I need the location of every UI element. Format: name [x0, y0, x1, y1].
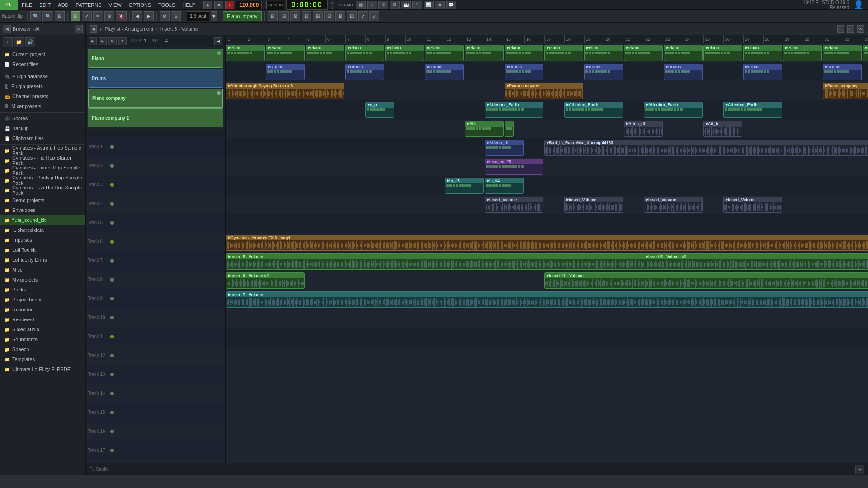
- sidebar-item-my-projects[interactable]: 📁 My projects: [0, 275, 85, 285]
- sidebar-item-cymatics-uzi[interactable]: 📁 Cymatics - Uzi Hip Hop Sample Pack: [0, 185, 85, 195]
- clip-track12-Insert-5---Volume[interactable]: ▶ Insert 5 - Volume: [226, 253, 663, 270]
- mixer-icon[interactable]: ▦: [356, 1, 366, 9]
- play-button[interactable]: ▶: [203, 1, 212, 9]
- clip-track2-Drums[interactable]: ▶ Drums: [664, 64, 703, 80]
- tb2-btn3[interactable]: ⊠: [290, 11, 300, 21]
- clip-track3-Attenborough-Saying-[interactable]: ▶ Attenborough Saying Boo to a S: [226, 83, 344, 99]
- clip-track1-Piano[interactable]: ▶ Piano: [743, 45, 782, 61]
- clip-track1-Piano[interactable]: ▶ Piano: [425, 45, 464, 61]
- playlist-nav-prev[interactable]: ◀: [90, 25, 97, 33]
- clip-track8-In_#3[interactable]: ▶ In_#3: [445, 178, 484, 194]
- clip-track13-Insert-11---Volume[interactable]: ▶ Insert 11 - Volume: [544, 272, 868, 289]
- sidebar-item-sliced-audio[interactable]: 📁 Sliced audio: [0, 324, 85, 334]
- sidebar-item-current-project[interactable]: 📁 Current project: [0, 49, 85, 59]
- clip-track12-Insert-5---Volume-#2[interactable]: ▶ Insert 5 - Volume #2: [644, 253, 868, 270]
- clip-track1-Piano[interactable]: ▶ Piano: [624, 45, 663, 61]
- clip-track1-Piano[interactable]: ▶ Piano: [664, 45, 703, 61]
- erase-btn[interactable]: ⊗: [104, 11, 114, 21]
- clip-track4-Attenbor_Earth[interactable]: ▶ Attenbor_Earth: [564, 102, 623, 118]
- menu-add[interactable]: ADD: [54, 0, 72, 9]
- sidebar-add-btn[interactable]: +: [3, 37, 13, 47]
- content-row-12[interactable]: ▶ Insert 5 - Volume▶ Insert 5 - Volume #…: [226, 252, 868, 271]
- sidebar-item-packs[interactable]: 📁 Packs: [0, 285, 85, 295]
- zoom-out-btn[interactable]: 🔍: [42, 11, 53, 21]
- sidebar-item-demo[interactable]: 📁 Demo projects: [0, 195, 85, 205]
- pattern-mode-btn[interactable]: ⊡: [71, 11, 80, 21]
- playlist-close[interactable]: ✕: [857, 25, 864, 33]
- tb2-btn1[interactable]: ⊞: [268, 11, 278, 21]
- menu-edit[interactable]: EDIT: [36, 0, 54, 9]
- help-icon[interactable]: ?: [412, 1, 422, 9]
- clip-track2-Drums[interactable]: ▶ Drums: [584, 64, 623, 80]
- clip-track4-Attenbor_Earth[interactable]: ▶ Attenbor_Earth: [723, 102, 782, 118]
- clip-track2-Drums[interactable]: ▶ Drums: [345, 64, 384, 80]
- content-row-3[interactable]: ▶ Attenborough Saying Boo to a S▶ Piano …: [226, 81, 868, 100]
- stop-button[interactable]: ■: [214, 1, 223, 9]
- tb2-btn4[interactable]: ⊡: [302, 11, 311, 21]
- pattern-piano[interactable]: Piano: [88, 49, 223, 68]
- sidebar-item-recorded[interactable]: 📁 Recorded: [0, 305, 85, 314]
- sidebar-item-ultimate-lofi[interactable]: 📁 Ultimate Lo-Fi by FLPSDE: [0, 364, 85, 374]
- clip-track9-Insert_Volume[interactable]: ▶ Insert_Volume: [485, 197, 543, 213]
- playlist-maximize[interactable]: □: [847, 25, 854, 33]
- clip-track5-[interactable]: [505, 121, 514, 137]
- sidebar-item-speech[interactable]: 📁 Speech: [0, 344, 85, 354]
- sidebar-item-lofi[interactable]: 📁 Lofi Toolkit: [0, 245, 85, 255]
- sidebar-item-soundfonts[interactable]: 📁 Soundfonts: [0, 334, 85, 344]
- clip-track9-Insert_Volume[interactable]: ▶ Insert_Volume: [644, 197, 703, 213]
- menu-help[interactable]: HELP: [179, 0, 199, 9]
- tb2-btn9[interactable]: ↙: [358, 11, 368, 21]
- clip-track6-Attenb_rh[interactable]: ▶ Attenb_rh: [485, 140, 524, 156]
- piano-roll-display[interactable]: Piano..mpany: [223, 11, 261, 21]
- clip-track2-Drums[interactable]: ▶ Drums: [823, 64, 862, 80]
- clip-track14-Insert-7---Volume[interactable]: ▶ Insert 7 - Volume: [226, 291, 868, 308]
- tb2-btn5[interactable]: ⊞: [313, 11, 323, 21]
- clip-track4-Attenbor_Earth[interactable]: ▶ Attenbor_Earth: [485, 102, 543, 118]
- clip-track1-Piano[interactable]: ▶ Piano: [306, 45, 344, 61]
- playlist-minimize[interactable]: _: [837, 25, 844, 33]
- instrument-icon[interactable]: ♪: [367, 1, 377, 9]
- clip-track2-Drums[interactable]: ▶ Drums: [266, 64, 305, 80]
- clip-track5-Atten_rth[interactable]: ▶ Atten_rth: [624, 121, 663, 137]
- pattern-drums[interactable]: Drums: [88, 69, 223, 88]
- sidebar-item-cymatics-posty[interactable]: 📁 Cymatics - Posty.p Hop Sample Pack: [0, 175, 85, 185]
- clip-track2-Drums[interactable]: ▶ Drums: [505, 64, 543, 80]
- clip-track9-Insert_Volume[interactable]: ▶ Insert_Volume: [564, 197, 623, 213]
- content-row-1[interactable]: ▶ Piano▶ Piano▶ Piano▶ Piano▶ Piano▶ Pia…: [226, 43, 868, 62]
- clip-track1-Piano[interactable]: ▶ Piano: [505, 45, 543, 61]
- clip-track1-Piano[interactable]: ▶ Piano: [226, 45, 265, 61]
- content-row-4[interactable]: ▶ c_p▶ Attenbor_Earth▶ Attenbor_Earth▶ A…: [226, 100, 868, 119]
- clip-track1-Piano[interactable]: ▶ Piano: [385, 45, 424, 61]
- pl-pencil-btn[interactable]: ✏: [108, 37, 117, 45]
- home-btn[interactable]: ⊞: [55, 11, 65, 21]
- sidebar-item-recent-files[interactable]: 📄 Recent files: [0, 59, 85, 69]
- clip-track1-Piano[interactable]: ▶ Piano: [584, 45, 623, 61]
- tb2-btn6[interactable]: ⊟: [324, 11, 334, 21]
- content-row-7[interactable]: ▶ Insc_me #5: [226, 157, 868, 176]
- cpu-icon[interactable]: 📊: [424, 1, 434, 9]
- content-row-17[interactable]: [226, 347, 868, 366]
- chat-icon[interactable]: 💬: [446, 1, 456, 9]
- user-avatar[interactable]: 👤: [854, 0, 863, 10]
- browser-icon[interactable]: ⊞: [378, 1, 388, 9]
- content-row-13[interactable]: ▶ Insert 6 - Volume #2▶ Insert 11 - Volu…: [226, 271, 868, 290]
- clip-track13-Insert-6---Volume-#2[interactable]: ▶ Insert 6 - Volume #2: [226, 272, 305, 289]
- content-row-5[interactable]: ▶ Att.▶ Atten_rth▶ Att_h: [226, 119, 868, 138]
- sidebar-item-cymatics-hip[interactable]: 📁 Cymatics - Hip Hop Starter Pack: [0, 155, 85, 165]
- tb2-btn8[interactable]: ⊡: [347, 11, 357, 21]
- clip-track5-Att.[interactable]: ▶ Att.: [465, 121, 504, 137]
- pl-arr-btn[interactable]: ≡: [118, 37, 127, 45]
- sidebar-item-project-bones[interactable]: 📁 Project bones: [0, 295, 85, 305]
- content-row-10[interactable]: [226, 214, 868, 233]
- clip-track3-Piano-company[interactable]: ▶ Piano company: [823, 83, 868, 99]
- piano-icon[interactable]: 🎹: [401, 1, 411, 9]
- clip-track2-Drums[interactable]: ▶ Drums: [425, 64, 464, 80]
- pl-extra-btn[interactable]: ◀: [214, 37, 222, 45]
- clip-track3-Piano-company[interactable]: ▶ Piano company: [505, 83, 583, 99]
- pattern-piano-company2[interactable]: Piano company 2: [88, 108, 223, 127]
- tb2-btn10[interactable]: ↙: [369, 11, 379, 21]
- sidebar-item-scores[interactable]: 🎼 Scores: [0, 113, 85, 123]
- clip-track1-Piano[interactable]: ▶ Piano: [465, 45, 504, 61]
- select-btn[interactable]: ↗: [82, 11, 92, 21]
- content-row-6[interactable]: ▶ Attenb_rh▶ Bird_In_Rain-Mike_Koenig-44…: [226, 138, 868, 157]
